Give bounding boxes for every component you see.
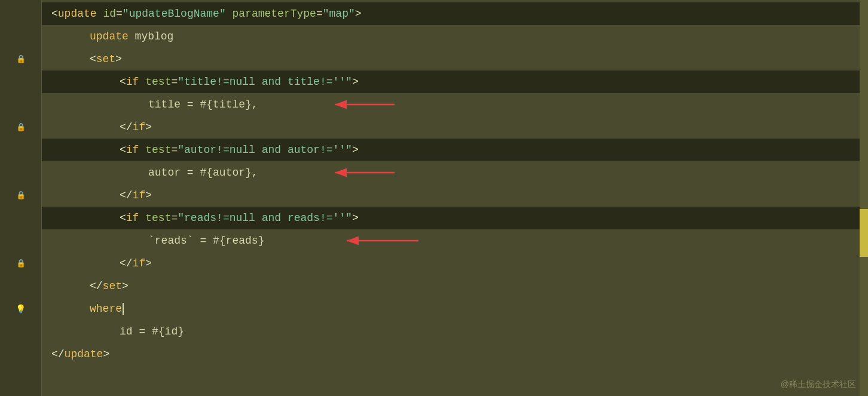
arrow-1 [329, 97, 401, 112]
code-token: if [126, 207, 139, 229]
code-token: autor = #{autor}, [148, 161, 258, 184]
code-line-12: </if> [42, 252, 868, 275]
gutter-icon-3: 🔒 [15, 48, 27, 70]
code-token [226, 2, 233, 25]
code-token: update [58, 2, 97, 25]
code-token: `reads` = #{reads} [148, 229, 264, 252]
code-token: = [316, 2, 323, 25]
code-token: > [145, 184, 152, 207]
code-token: test [145, 207, 171, 229]
code-line-3: <set> [42, 48, 868, 70]
code-line-6: </if> [42, 116, 868, 139]
code-token [139, 139, 145, 161]
gutter-icon-10 [15, 207, 27, 229]
code-token: update [90, 25, 129, 48]
code-token: update [65, 343, 103, 366]
code-line-16: </update> [42, 343, 868, 366]
editor-container: 🔒 🔒 🔒 🔒 💡 <update id="updateBlogName" pa… [0, 0, 868, 396]
gutter-icon-12: 🔒 [15, 252, 27, 275]
code-line-11: `reads` = #{reads} [42, 229, 868, 252]
code-token: </ [120, 184, 133, 207]
code-token: "title!=null and title!=''" [178, 70, 352, 93]
code-token [139, 207, 145, 229]
code-line-10: <if test="reads!=null and reads!=''"> [42, 207, 868, 229]
code-token: "map" [323, 2, 355, 25]
gutter-icon-1 [15, 2, 27, 25]
arrow-3 [341, 233, 424, 248]
code-token: = [171, 70, 178, 93]
gutter-icon-9: 🔒 [15, 184, 27, 207]
code-token: if [133, 116, 146, 139]
vertical-scrollbar[interactable] [860, 0, 868, 396]
gutter-icon-16 [15, 343, 27, 366]
gutter-icon-4 [15, 70, 27, 93]
code-token: id = #{id} [120, 320, 184, 343]
code-token: > [352, 70, 359, 93]
gutter-icon-15 [15, 320, 27, 343]
gutter-icon-7 [15, 139, 27, 161]
code-token [97, 2, 103, 25]
code-token: > [145, 252, 152, 275]
code-line-9: </if> [42, 184, 868, 207]
code-token: "updateBlogName" [123, 2, 226, 25]
text-cursor [123, 303, 124, 315]
code-token: > [355, 2, 362, 25]
code-token: > [352, 139, 359, 161]
code-line-2: update myblog [42, 25, 868, 48]
code-token: > [115, 48, 122, 70]
code-token: if [133, 184, 146, 207]
gutter-icon-13 [15, 275, 27, 297]
code-line-1: <update id="updateBlogName" parameterTyp… [42, 2, 868, 25]
code-token: = [171, 139, 178, 161]
watermark: @稀土掘金技术社区 [781, 379, 856, 390]
code-token: </ [51, 343, 65, 366]
code-token: "reads!=null and reads!=''" [178, 207, 352, 229]
gutter-icon-14: 💡 [15, 297, 27, 320]
scrollbar-thumb[interactable] [860, 209, 868, 257]
code-token: test [145, 70, 171, 93]
where-keyword: where [90, 297, 122, 320]
code-token: > [145, 116, 152, 139]
code-token: > [103, 343, 109, 366]
code-token: title = #{title}, [148, 93, 258, 116]
code-token: < [51, 2, 58, 25]
code-token: </ [90, 275, 103, 297]
arrow-2 [329, 165, 401, 180]
code-token: if [126, 139, 139, 161]
code-token: > [122, 275, 129, 297]
code-line-8: autor = #{autor}, [42, 161, 868, 184]
code-token: = [116, 2, 123, 25]
code-token: "autor!=null and autor!=''" [178, 139, 352, 161]
code-line-4: <if test="title!=null and title!=''"> [42, 70, 868, 93]
code-line-15: id = #{id} [42, 320, 868, 343]
code-area: <update id="updateBlogName" parameterTyp… [42, 0, 868, 396]
code-token: if [126, 70, 139, 93]
code-token [139, 70, 145, 93]
code-token: > [352, 207, 359, 229]
gutter-icon-6: 🔒 [15, 116, 27, 139]
code-line-13: </set> [42, 275, 868, 297]
code-token: </ [120, 252, 133, 275]
code-token: set [103, 275, 122, 297]
gutter-icon-11 [15, 229, 27, 252]
gutter-icon-5 [15, 93, 27, 116]
code-token: set [96, 48, 115, 70]
code-token: test [145, 139, 171, 161]
code-token: if [133, 252, 146, 275]
code-token: < [120, 70, 126, 93]
code-token: </ [120, 116, 133, 139]
code-line-14: where [42, 297, 868, 320]
code-token: < [90, 48, 96, 70]
line-gutter: 🔒 🔒 🔒 🔒 💡 [0, 0, 42, 396]
code-token: id [103, 2, 116, 25]
code-line-7: <if test="autor!=null and autor!=''"> [42, 139, 868, 161]
code-token: myblog [129, 25, 174, 48]
code-line-5: title = #{title}, [42, 93, 868, 116]
code-token: < [120, 207, 126, 229]
code-token: = [171, 207, 178, 229]
code-token: parameterType [233, 2, 316, 25]
gutter-icon-2 [15, 25, 27, 48]
gutter-icon-8 [15, 161, 27, 184]
code-token: < [120, 139, 126, 161]
